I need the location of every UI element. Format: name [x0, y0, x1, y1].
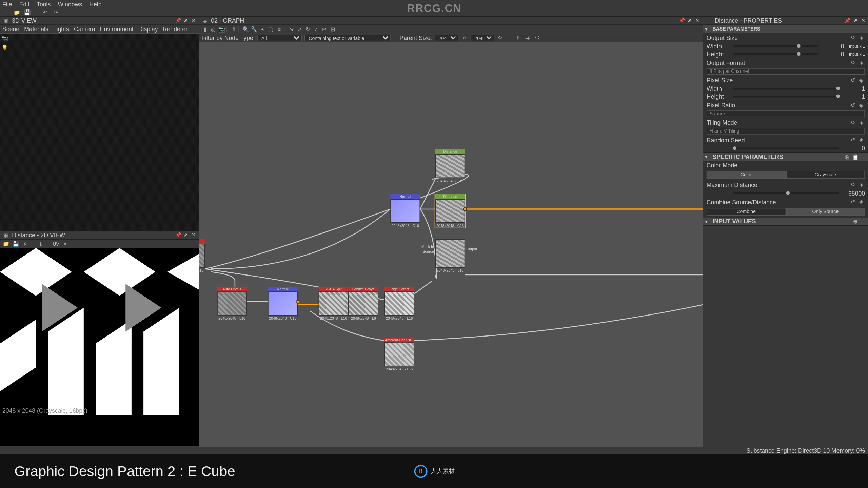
expose-icon[interactable]: ◈ [858, 136, 865, 143]
redo-icon[interactable]: ↷ [53, 9, 60, 16]
add-icon[interactable]: ⊕ [852, 218, 859, 225]
popout-icon[interactable]: ⬈ [687, 18, 693, 24]
sub-materials[interactable]: Materials [24, 26, 48, 32]
refresh-icon[interactable]: ↻ [304, 26, 311, 33]
node-normal[interactable]: Normal 2048x2048 - C16 [390, 194, 420, 228]
val-max-dist[interactable]: 65000 [841, 190, 865, 197]
light-icon[interactable]: 💡 [1, 44, 8, 51]
folder-icon[interactable]: 📁 [2, 240, 9, 247]
section-specific[interactable]: SPECIFIC PARAMETERS⎘📋 [703, 153, 868, 161]
frame-icon[interactable]: ▢ [267, 26, 274, 33]
save-icon[interactable]: 💾 [12, 240, 19, 247]
filter-type-select[interactable]: All [257, 34, 302, 41]
val-width[interactable]: 0 [820, 43, 844, 49]
expose-icon[interactable]: ◈ [858, 102, 865, 109]
reset-icon[interactable]: ↺ [849, 136, 856, 143]
slider-ps-width[interactable] [733, 88, 839, 89]
slider-width[interactable] [733, 45, 818, 47]
val-ps-width[interactable]: 1 [841, 85, 865, 92]
reset-icon[interactable]: ↺ [849, 181, 856, 188]
info-icon[interactable]: ℹ [37, 240, 44, 247]
val-ps-height[interactable]: 1 [841, 93, 865, 100]
close-icon[interactable]: ✕ [191, 232, 197, 238]
node-ao[interactable]: Ambient Occlusi... 2048x2048 - L16 [384, 338, 414, 371]
popout-icon[interactable]: ⬈ [183, 232, 189, 238]
slider-ps-height[interactable] [733, 96, 839, 97]
timing-icon[interactable]: ⏱ [534, 34, 541, 41]
pin-icon[interactable]: 📌 [679, 18, 685, 24]
btn-grayscale[interactable]: Grayscale [786, 171, 865, 179]
expose-icon[interactable]: ◈ [858, 119, 865, 126]
reset-icon[interactable]: ↺ [849, 198, 856, 205]
check-icon[interactable]: ✓ [313, 26, 320, 33]
parent-size-h[interactable]: 2048 [470, 34, 494, 41]
target-icon[interactable]: ◎ [210, 26, 217, 33]
dropdown-pixel-ratio[interactable]: Square [707, 110, 865, 117]
toggle-color-mode[interactable]: Color Grayscale [707, 171, 865, 179]
node-normal-2[interactable]: Normal 2048x2048 - C16 [268, 287, 298, 320]
save-icon[interactable]: 💾 [24, 9, 31, 16]
camera-icon[interactable]: 📷 [218, 26, 225, 33]
sub-display[interactable]: Display [138, 26, 158, 32]
cut-icon[interactable]: ✂ [321, 26, 328, 33]
slider-height[interactable] [733, 53, 818, 55]
arrow-in-icon[interactable]: ↘ [288, 26, 295, 33]
node-input[interactable]: 2048x2048 - L16 [199, 239, 205, 272]
link-icon[interactable]: ⟐ [259, 26, 266, 33]
menu-file[interactable]: File [2, 1, 12, 7]
menu-help[interactable]: Help [89, 1, 101, 7]
chevron-down-icon[interactable]: ▾ [62, 240, 69, 247]
refresh-icon[interactable]: ↻ [497, 34, 504, 41]
section-base-params[interactable]: BASE PARAMETERS [703, 25, 868, 33]
undo-icon[interactable]: ↶ [42, 9, 49, 16]
reset-icon[interactable]: ↺ [849, 102, 856, 109]
reset-icon[interactable]: ↺ [849, 77, 856, 84]
paste-icon[interactable]: 📋 [852, 153, 859, 160]
filter-text-select[interactable]: Containing text or variable [304, 34, 391, 41]
toggle-combine[interactable]: Combine Only Source [707, 208, 865, 216]
reset-icon[interactable]: ↺ [849, 59, 856, 66]
arrow-out-icon[interactable]: ↗ [296, 26, 303, 33]
slider-seed[interactable] [733, 147, 839, 149]
sub-environment[interactable]: Environment [100, 26, 134, 32]
flow-icon[interactable]: ⇉ [524, 34, 531, 41]
dropdown-output-format[interactable]: 8 Bits per Channel [707, 68, 865, 75]
btn-color[interactable]: Color [707, 171, 786, 179]
sub-scene[interactable]: Scene [2, 26, 19, 32]
reset-icon[interactable]: ↺ [849, 34, 856, 41]
btn-only-source[interactable]: Only Source [786, 208, 865, 216]
search-icon[interactable]: 🔍 [242, 26, 249, 33]
node-blend[interactable]: Mask In Source Output 2048x2048 - L16 [435, 239, 465, 272]
sub-lights[interactable]: Lights [53, 26, 69, 32]
copy-icon[interactable]: ⎘ [21, 240, 28, 247]
val-seed[interactable]: 0 [841, 145, 865, 151]
node-autolevels[interactable]: Auto Levels 2048x2048 - L16 [217, 287, 247, 320]
select-icon[interactable]: ▮ [201, 26, 209, 33]
square-icon[interactable]: □ [338, 26, 345, 33]
node-distance-2[interactable]: Distance 2048x2048 - C16 [435, 194, 465, 228]
2d-viewport[interactable]: 2048 x 2048 (Grayscale, 16bpc) [0, 248, 199, 446]
menu-windows[interactable]: Windows [58, 1, 82, 7]
dropdown-tiling-mode[interactable]: H and V Tiling [707, 128, 865, 134]
pin-icon[interactable]: 📌 [175, 232, 181, 238]
open-icon[interactable]: 📁 [13, 9, 20, 16]
sub-renderer[interactable]: Renderer [163, 26, 188, 32]
expose-icon[interactable]: ◈ [858, 59, 865, 66]
uv-label[interactable]: UV [53, 241, 59, 246]
expose-icon[interactable]: ◈ [858, 198, 865, 205]
expose-icon[interactable]: ◈ [858, 181, 865, 188]
info-icon[interactable]: ℹ [230, 26, 237, 33]
val-height[interactable]: 0 [820, 51, 844, 57]
camera-icon[interactable]: 📷 [1, 35, 8, 42]
expose-icon[interactable]: ◈ [858, 77, 865, 84]
sub-camera[interactable]: Camera [74, 26, 95, 32]
section-input-values[interactable]: INPUT VALUES⊕ [703, 218, 868, 225]
align-icon[interactable]: ≡ [276, 26, 283, 33]
node-edgedetect[interactable]: Edge Detect 2048x2048 - L16 [384, 287, 414, 320]
dots-icon[interactable]: ⦀ [515, 34, 522, 41]
3d-viewport[interactable]: 📷 💡 [0, 34, 199, 231]
wrench-icon[interactable]: 🔧 [251, 26, 258, 33]
node-distance-1[interactable]: Distance 2048x2048 - L16 [435, 149, 465, 183]
parent-size-w[interactable]: 2048 [434, 34, 458, 41]
copy-icon[interactable]: ⎘ [844, 153, 851, 160]
